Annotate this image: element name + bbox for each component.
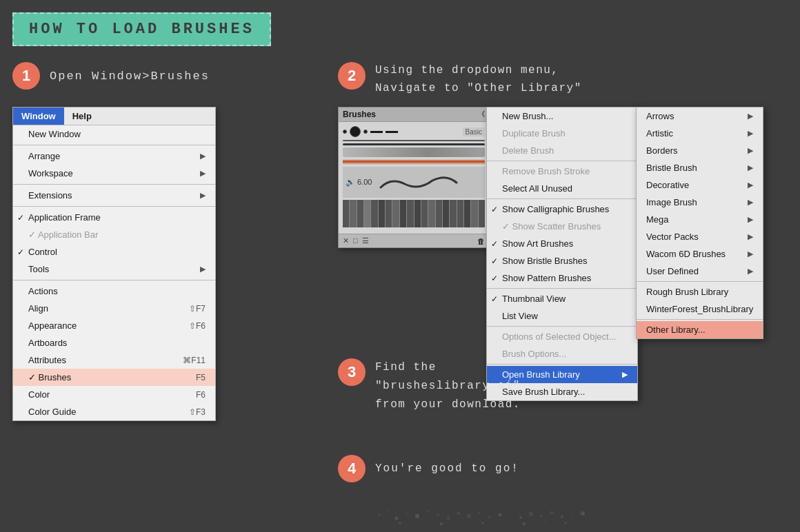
panel-title: Brushes	[343, 110, 376, 119]
panel-bottom: ✕ □ ☰ 🗑	[339, 234, 489, 247]
panel-icon-trash[interactable]: 🗑	[477, 237, 485, 245]
panel-controls: 《	[478, 110, 485, 119]
svg-point-28	[523, 522, 526, 526]
ctx-sep-4	[487, 326, 637, 327]
sub-item-other-library[interactable]: Other Library...	[637, 321, 763, 338]
brush-dot-1	[343, 130, 347, 134]
svg-point-2	[395, 517, 399, 520]
brushes-panel: Brushes 《 Basic 🔊 6.00	[338, 107, 490, 248]
sub-item-decorative[interactable]: Decorative▶	[637, 176, 763, 194]
svg-point-18	[561, 515, 563, 518]
sub-item-arrows[interactable]: Arrows▶	[637, 108, 763, 125]
sub-item-mega[interactable]: Mega▶	[637, 211, 763, 228]
menu-header-help[interactable]: Help	[64, 108, 100, 125]
brush-preview-svg	[377, 170, 460, 194]
sub-item-bristle[interactable]: Bristle Brush▶	[637, 159, 763, 176]
ctx-item-select-unused[interactable]: Select All Unused	[487, 180, 637, 197]
sub-sep-1	[637, 281, 763, 282]
step3-circle: 3	[338, 358, 366, 386]
svg-point-7	[447, 517, 450, 520]
svg-point-11	[488, 515, 491, 518]
sub-item-winterforest[interactable]: WinterForest_BrushLibrary	[637, 300, 763, 318]
panel-titlebar: Brushes 《	[339, 108, 489, 122]
ctx-item-delete: Delete Brush	[487, 142, 637, 159]
context-menu: New Brush... Duplicate Brush Delete Brus…	[486, 107, 638, 401]
svg-point-10	[479, 512, 481, 514]
svg-point-31	[586, 520, 588, 522]
menu-item-workspace[interactable]: Workspace▶	[13, 165, 215, 182]
menu-separator-4	[13, 280, 215, 280]
menu-header-window[interactable]: Window	[13, 108, 64, 125]
menu-item-color-guide[interactable]: Color Guide⇧F3	[13, 403, 215, 420]
sub-item-artistic[interactable]: Artistic▶	[637, 125, 763, 142]
panel-icon-menu[interactable]: ☰	[362, 236, 369, 245]
svg-point-25	[461, 520, 463, 522]
sub-item-vector-packs[interactable]: Vector Packs▶	[637, 228, 763, 245]
menu-item-brushes[interactable]: ✓ BrushesF5	[13, 369, 215, 386]
menu-item-align[interactable]: Align⇧F7	[13, 300, 215, 317]
panel-icon-new[interactable]: □	[353, 236, 358, 245]
stroke-3	[343, 147, 485, 157]
menu-item-control[interactable]: Control	[13, 243, 215, 260]
sub-item-borders[interactable]: Borders▶	[637, 142, 763, 159]
scatter-decoration	[372, 480, 593, 529]
title-text: HOW TO LOAD BRUSHES	[29, 21, 254, 38]
brush-preview-area: 🔊 6.00	[343, 167, 485, 198]
svg-point-13	[510, 511, 512, 513]
sub-item-image[interactable]: Image Brush▶	[637, 194, 763, 211]
brush-dot-3	[363, 130, 368, 134]
brush-dot-2	[350, 126, 361, 137]
menu-item-app-bar[interactable]: ✓ Application Bar	[13, 226, 215, 243]
panel-collapse-icon[interactable]: 《	[478, 110, 485, 119]
ctx-item-show-pattern[interactable]: Show Pattern Brushes	[487, 269, 637, 287]
submenu: Arrows▶ Artistic▶ Borders▶ Bristle Brush…	[636, 107, 763, 339]
menu-item-appearance[interactable]: Appearance⇧F6	[13, 317, 215, 334]
svg-point-22	[399, 522, 401, 524]
menu-item-app-frame[interactable]: Application Frame	[13, 209, 215, 226]
menu-item-extensions[interactable]: Extensions▶	[13, 187, 215, 204]
svg-point-1	[387, 511, 389, 513]
sub-item-wacom[interactable]: Wacom 6D Brushes▶	[637, 245, 763, 263]
menu-item-tools[interactable]: Tools▶	[13, 260, 215, 278]
svg-point-21	[382, 521, 384, 523]
svg-point-29	[544, 520, 546, 522]
menu-separator-1	[13, 145, 215, 145]
step4-circle: 4	[338, 455, 366, 482]
svg-point-19	[572, 514, 574, 516]
ctx-sep-2	[487, 198, 637, 199]
step2-text: Using the dropdown menu, Navigate to "Ot…	[375, 62, 582, 97]
menu-item-arrange[interactable]: Arrange▶	[13, 147, 215, 165]
ctx-sep-3	[487, 288, 637, 289]
svg-point-9	[467, 514, 471, 518]
ctx-item-show-calligraphic[interactable]: Show Calligraphic Brushes	[487, 201, 637, 218]
menu-item-color[interactable]: ColorF6	[13, 386, 215, 403]
svg-point-16	[541, 515, 543, 518]
menu-item-new-window[interactable]: New Window	[13, 125, 215, 143]
sub-item-rough[interactable]: Rough Brush Library	[637, 283, 763, 300]
svg-point-12	[499, 513, 502, 517]
ctx-item-show-bristle[interactable]: Show Bristle Brushes	[487, 252, 637, 269]
ctx-item-show-art[interactable]: Show Art Brushes	[487, 235, 637, 252]
svg-point-3	[406, 513, 408, 515]
ctx-sep-1	[487, 161, 637, 161]
step2-container: 2 Using the dropdown menu, Navigate to "…	[338, 62, 582, 97]
title-banner: HOW TO LOAD BRUSHES	[12, 12, 271, 46]
svg-point-8	[457, 512, 460, 515]
ctx-item-show-scatter: ✓ Show Scatter Brushes	[487, 218, 637, 235]
panel-bottom-icons: ✕ □ ☰	[343, 236, 369, 245]
ctx-item-list-view[interactable]: List View	[487, 307, 637, 325]
brush-dots-row: Basic	[343, 126, 485, 137]
brush-dash-1	[370, 131, 383, 133]
svg-point-23	[420, 520, 422, 522]
step4-text: You're good to go!	[375, 462, 519, 475]
panel-icon-delete[interactable]: ✕	[343, 236, 349, 245]
menu-item-attributes[interactable]: Attributes⌘F11	[13, 351, 215, 369]
ctx-item-thumbnail-view[interactable]: Thumbnail View	[487, 290, 637, 307]
menu-item-actions[interactable]: Actions	[13, 283, 215, 300]
brush-dash-2	[386, 131, 398, 133]
ctx-item-new-brush[interactable]: New Brush...	[487, 108, 637, 125]
sub-item-user-defined[interactable]: User Defined▶	[637, 263, 763, 280]
svg-point-15	[529, 512, 533, 516]
svg-point-14	[519, 516, 522, 519]
menu-item-artboards[interactable]: Artboards	[13, 334, 215, 351]
